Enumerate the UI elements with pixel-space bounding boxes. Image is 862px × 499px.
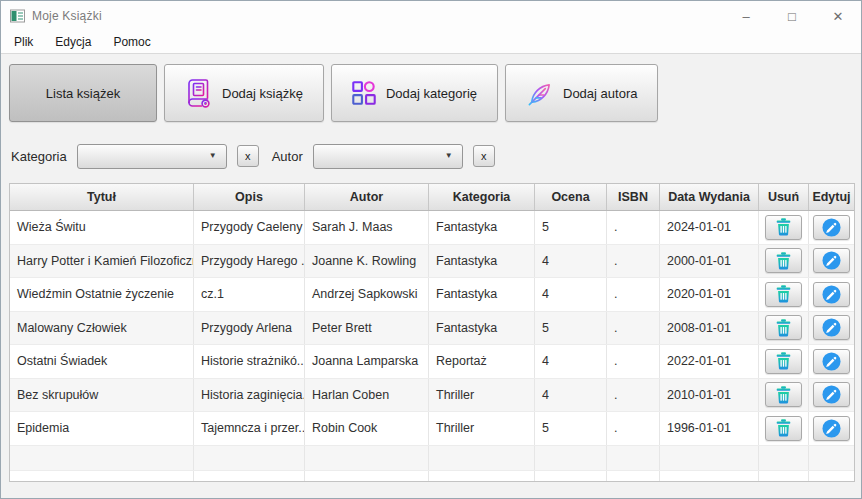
table-row[interactable]: EpidemiaTajemncza i przer...Robin CookTh… xyxy=(10,412,854,446)
book-list-button[interactable]: Lista książek xyxy=(9,64,157,122)
cell-kategoria: Thriller xyxy=(429,379,535,412)
column-header-opis[interactable]: Opis xyxy=(194,184,305,210)
empty-cell xyxy=(194,446,305,470)
chevron-down-icon: ▼ xyxy=(445,152,453,160)
cell-action xyxy=(809,245,854,278)
cell-opis: Historia zaginięcia... xyxy=(194,379,305,412)
table-row[interactable]: Wieża ŚwituPrzygody CaelenySarah J. Maas… xyxy=(10,211,854,245)
delete-book-button[interactable] xyxy=(765,315,802,340)
empty-cell xyxy=(759,446,809,470)
edit-book-button[interactable] xyxy=(813,248,850,273)
add-author-button[interactable]: Dodaj autora xyxy=(505,64,658,122)
cell-data-wydania: 2022-01-01 xyxy=(660,345,759,378)
pencil-icon xyxy=(822,218,841,237)
trash-icon xyxy=(775,285,792,303)
pencil-icon xyxy=(822,251,841,270)
trash-icon xyxy=(775,319,792,337)
delete-book-button[interactable] xyxy=(765,349,802,374)
window-controls: – □ ✕ xyxy=(723,1,861,31)
cell-autor: Joanne K. Rowling xyxy=(305,245,429,278)
cell-autor: Joanna Lamparska xyxy=(305,345,429,378)
edit-book-button[interactable] xyxy=(813,416,850,441)
cell-action xyxy=(759,278,809,311)
cell-autor: Peter Brett xyxy=(305,312,429,345)
cell-isbn: . xyxy=(607,312,660,345)
cell-opis: Tajemncza i przer... xyxy=(194,412,305,445)
table-row[interactable]: Wiedźmin Ostatnie życzeniecz.1Andrzej Sa… xyxy=(10,278,854,312)
clear-category-filter-button[interactable]: x xyxy=(237,145,259,167)
add-author-label: Dodaj autora xyxy=(563,86,637,101)
table-row[interactable]: Harry Potter i Kamień FilozoficznyPrzygo… xyxy=(10,245,854,279)
edit-book-button[interactable] xyxy=(813,382,850,407)
close-icon[interactable]: ✕ xyxy=(815,1,861,31)
column-header-usun[interactable]: Usuń xyxy=(759,184,809,210)
cell-opis: Przygody Caeleny xyxy=(194,211,305,244)
chevron-down-icon: ▼ xyxy=(209,152,217,160)
menu-item-pomoc[interactable]: Pomoc xyxy=(102,32,161,52)
window-title: Moje Książki xyxy=(32,9,102,23)
table-row[interactable]: Malowany CzłowiekPrzygody ArlenaPeter Br… xyxy=(10,312,854,346)
cell-action xyxy=(809,278,854,311)
cell-data-wydania: 2010-01-01 xyxy=(660,379,759,412)
edit-book-button[interactable] xyxy=(813,282,850,307)
delete-book-button[interactable] xyxy=(765,248,802,273)
author-filter-dropdown[interactable]: ▼ xyxy=(313,144,463,169)
cell-action xyxy=(809,312,854,345)
cell-isbn: . xyxy=(607,379,660,412)
cell-autor: Robin Cook xyxy=(305,412,429,445)
cell-opis: Historie strażnikó... xyxy=(194,345,305,378)
minimize-icon[interactable]: – xyxy=(723,1,769,31)
column-header-isbn[interactable]: ISBN xyxy=(607,184,660,210)
cell-isbn: . xyxy=(607,345,660,378)
table-row[interactable]: Bez skrupułówHistoria zaginięcia...Harla… xyxy=(10,379,854,413)
column-header-autor[interactable]: Autor xyxy=(305,184,429,210)
table-row[interactable]: Ostatni ŚwiadekHistorie strażnikó...Joan… xyxy=(10,345,854,379)
delete-book-button[interactable] xyxy=(765,282,802,307)
cell-action xyxy=(759,312,809,345)
pencil-icon xyxy=(822,285,841,304)
cell-tytul: Wieża Świtu xyxy=(10,211,194,244)
table-header: Tytuł Opis Autor Kategoria Ocena ISBN Da… xyxy=(10,184,854,211)
cell-data-wydania: 2008-01-01 xyxy=(660,312,759,345)
column-header-ocena[interactable]: Ocena xyxy=(535,184,607,210)
cell-isbn: . xyxy=(607,211,660,244)
empty-cell xyxy=(305,446,429,470)
column-header-data-wydania[interactable]: Data Wydania xyxy=(660,184,759,210)
add-category-label: Dodaj kategorię xyxy=(386,86,477,101)
cell-data-wydania: 2024-01-01 xyxy=(660,211,759,244)
cell-tytul: Bez skrupułów xyxy=(10,379,194,412)
category-filter-dropdown[interactable]: ▼ xyxy=(77,144,227,169)
column-header-tytul[interactable]: Tytuł xyxy=(10,184,194,210)
column-header-kategoria[interactable]: Kategoria xyxy=(429,184,535,210)
maximize-icon[interactable]: □ xyxy=(769,1,815,31)
menu-item-plik[interactable]: Plik xyxy=(3,32,44,52)
menu-item-edycja[interactable]: Edycja xyxy=(44,32,102,52)
edit-book-button[interactable] xyxy=(813,215,850,240)
clear-author-filter-button[interactable]: x xyxy=(473,145,495,167)
author-filter-label: Autor xyxy=(272,149,303,164)
book-add-icon xyxy=(185,78,212,109)
cell-action xyxy=(759,345,809,378)
add-book-button[interactable]: Dodaj książkę xyxy=(164,64,324,122)
empty-cell xyxy=(429,471,535,483)
menu-bar: Plik Edycja Pomoc xyxy=(1,31,861,54)
empty-cell xyxy=(305,471,429,483)
empty-cell xyxy=(10,471,194,483)
empty-cell xyxy=(809,446,854,470)
edit-book-button[interactable] xyxy=(813,315,850,340)
add-category-button[interactable]: Dodaj kategorię xyxy=(331,64,498,122)
cell-ocena: 4 xyxy=(535,379,607,412)
cell-kategoria: Reportaż xyxy=(429,345,535,378)
column-header-edytuj[interactable]: Edytuj xyxy=(809,184,854,210)
cell-isbn: . xyxy=(607,245,660,278)
edit-book-button[interactable] xyxy=(813,349,850,374)
empty-cell xyxy=(535,471,607,483)
category-grid-icon xyxy=(352,81,376,105)
delete-book-button[interactable] xyxy=(765,416,802,441)
cell-ocena: 4 xyxy=(535,345,607,378)
delete-book-button[interactable] xyxy=(765,382,802,407)
main-content: Lista książek Dodaj książkę xyxy=(1,54,861,499)
cell-ocena: 5 xyxy=(535,312,607,345)
delete-book-button[interactable] xyxy=(765,215,802,240)
cell-action xyxy=(759,379,809,412)
